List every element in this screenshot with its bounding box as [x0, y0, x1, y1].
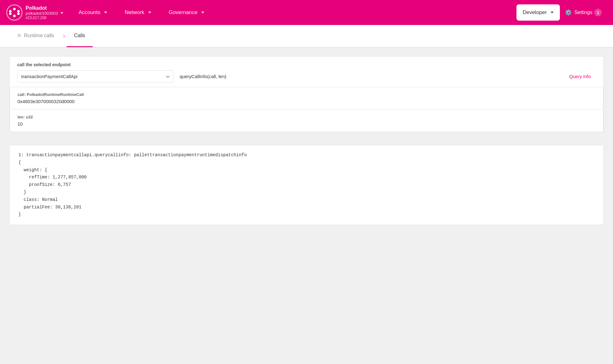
tab-separator: › — [62, 32, 67, 40]
logo-circle — [6, 4, 22, 21]
network-nav-chevron-icon — [148, 12, 151, 13]
brand-network: polkadot/1003003 — [26, 11, 63, 16]
result-line-9: } — [18, 211, 595, 218]
api-select-wrapper: transactionPaymentCallApi — [17, 70, 173, 82]
param-call-label: call: PolkadotRuntimeRuntimeCall — [17, 92, 596, 97]
param-len-card: len: u32 10 — [10, 110, 603, 132]
result-line-3: weight: { — [18, 167, 595, 174]
param-len-label: len: u32 — [17, 115, 596, 119]
brand-info[interactable]: Polkadot polkadot/1003003 #23,017,208 — [26, 5, 63, 20]
nav-accounts[interactable]: Accounts — [70, 0, 116, 25]
accounts-chevron-icon — [104, 12, 107, 13]
brand-block: #23,017,208 — [26, 16, 63, 20]
svg-point-4 — [9, 12, 12, 15]
nav-network[interactable]: Network — [116, 0, 160, 25]
endpoint-method: queryCallInfo(call, len) — [173, 74, 564, 79]
result-line-1: 1: transactionpaymentcallapi.querycallin… — [18, 152, 595, 159]
param-call-value: 0x4603e3070000320d0000 — [17, 99, 596, 104]
nav-governance[interactable]: Governance — [160, 0, 213, 25]
gear-icon: ⚙️ — [565, 9, 572, 16]
tabs-bar: ✕ Runtime calls › Calls — [0, 25, 613, 47]
network-chevron-icon — [60, 12, 63, 14]
main-content: call the selected endpoint transactionPa… — [0, 47, 613, 364]
result-line-8: partialFee: 30,138,101 — [18, 204, 595, 211]
tab-calls[interactable]: Calls — [67, 25, 93, 47]
endpoint-row: transactionPaymentCallApi queryCallInfo(… — [10, 67, 603, 87]
endpoint-label: call the selected endpoint — [10, 57, 603, 67]
param-call-card: call: PolkadotRuntimeRuntimeCall 0x4603e… — [10, 87, 603, 109]
svg-point-2 — [9, 10, 12, 12]
api-select[interactable]: transactionPaymentCallApi — [17, 70, 173, 82]
tab-runtime-calls[interactable]: ✕ Runtime calls — [9, 25, 62, 47]
result-line-2: { — [18, 159, 595, 167]
result-line-4: refTime: 1,277,857,000 — [18, 174, 595, 181]
settings-badge: 1 — [594, 9, 602, 16]
developer-chevron-icon — [551, 12, 554, 13]
endpoint-card: call the selected endpoint transactionPa… — [9, 56, 604, 132]
nav-settings[interactable]: ⚙️ Settings 1 — [560, 9, 607, 16]
runtime-calls-icon: ✕ — [17, 32, 22, 39]
result-line-5: proofSize: 6,757 — [18, 181, 595, 189]
param-len-value: 10 — [17, 121, 596, 127]
svg-point-1 — [13, 15, 16, 17]
main-header: Polkadot polkadot/1003003 #23,017,208 Ac… — [0, 0, 613, 25]
main-nav: Accounts Network Governance Developer ⚙️… — [70, 0, 607, 25]
query-info-button[interactable]: Query info — [564, 71, 596, 82]
svg-point-5 — [17, 12, 20, 15]
result-line-7: class: Normal — [18, 196, 595, 204]
result-line-6: } — [18, 189, 595, 196]
svg-point-0 — [13, 8, 16, 10]
brand-name: Polkadot — [26, 5, 63, 11]
svg-point-3 — [17, 10, 20, 12]
governance-chevron-icon — [201, 12, 204, 13]
nav-developer[interactable]: Developer — [516, 4, 560, 21]
logo-area[interactable]: Polkadot polkadot/1003003 #23,017,208 — [6, 4, 63, 21]
result-card: 1: transactionpaymentcallapi.querycallin… — [9, 145, 604, 225]
